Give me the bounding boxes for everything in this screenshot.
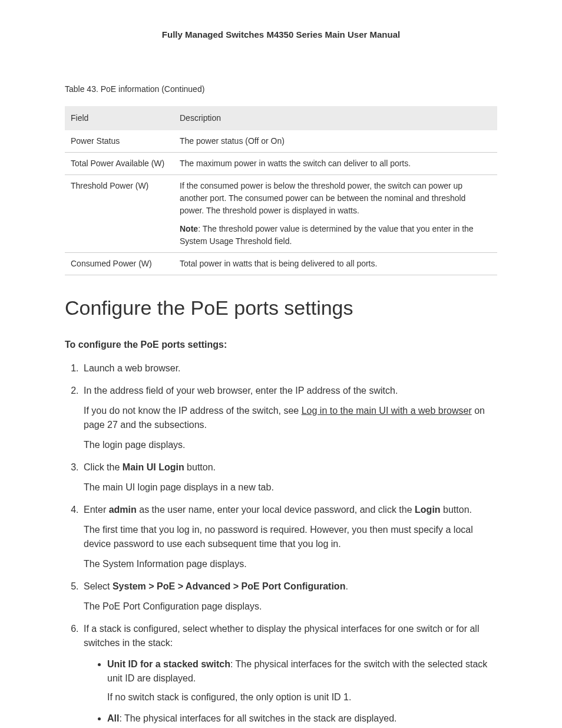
table-header-row: Field Description — [65, 106, 497, 130]
step-5-post: . — [345, 581, 348, 591]
step-4-mid: as the user name, enter your local devic… — [137, 505, 415, 515]
step-5: Select System > PoE > Advanced > PoE Por… — [81, 579, 497, 614]
step-2-pre: If you do not know the IP address of the… — [84, 406, 302, 416]
step-3-post: button. — [184, 462, 216, 472]
step-6-text: If a stack is configured, select whether… — [84, 624, 479, 648]
threshold-desc-text: If the consumed power is below the thres… — [180, 181, 465, 215]
procedure-steps: Launch a web browser. In the address fie… — [65, 361, 497, 729]
bullet-all: All: The physical interfaces for all swi… — [107, 711, 497, 729]
step-4-bold2: Login — [415, 505, 441, 515]
step-3-bold: Main UI Login — [123, 462, 184, 472]
step-5-pre: Select — [84, 581, 113, 591]
step-2: In the address field of your web browser… — [81, 384, 497, 452]
bullet-all-bold: All — [107, 713, 119, 723]
step-5-bold: System > PoE > Advanced > PoE Port Confi… — [113, 581, 346, 591]
step-1-text: Launch a web browser. — [84, 363, 181, 373]
cell-description: Total power in watts that is being deliv… — [174, 252, 497, 275]
page-header-title: Fully Managed Switches M4350 Series Main… — [65, 28, 497, 42]
step-3-pre: Click the — [84, 462, 123, 472]
cell-field: Consumed Power (W) — [65, 252, 174, 275]
cell-description: The power status (Off or On) — [174, 130, 497, 153]
bullet-unit-id-para: If no switch stack is configured, the on… — [107, 690, 497, 704]
cell-description: The maximum power in watts the switch ca… — [174, 152, 497, 174]
bullet-unit-id: Unit ID for a stacked switch: The physic… — [107, 657, 497, 704]
step-2-para2: The login page displays. — [84, 438, 497, 452]
step-2-para: If you do not know the IP address of the… — [84, 404, 497, 432]
step-3-para: The main UI login page displays in a new… — [84, 480, 497, 495]
step-5-para: The PoE Port Configuration page displays… — [84, 599, 497, 614]
login-link[interactable]: Log in to the main UI with a web browser — [302, 406, 472, 416]
cell-field: Total Power Available (W) — [65, 152, 174, 174]
note-text: : The threshold power value is determine… — [180, 224, 474, 246]
cell-description: If the consumed power is below the thres… — [174, 174, 497, 252]
step-6: If a stack is configured, select whether… — [81, 622, 497, 729]
step-4-bold1: admin — [109, 505, 137, 515]
step-4-para2: The System Information page displays. — [84, 557, 497, 571]
step-1: Launch a web browser. — [81, 361, 497, 375]
table-row: Power Status The power status (Off or On… — [65, 130, 497, 153]
table-row: Total Power Available (W) The maximum po… — [65, 152, 497, 174]
threshold-note: Note: The threshold power value is deter… — [180, 223, 491, 248]
col-header-field: Field — [65, 106, 174, 130]
table-row: Consumed Power (W) Total power in watts … — [65, 252, 497, 275]
procedure-intro: To configure the PoE ports settings: — [65, 338, 497, 352]
bullet-unit-id-bold: Unit ID for a stacked switch — [107, 659, 230, 669]
step-4: Enter admin as the user name, enter your… — [81, 503, 497, 571]
poe-info-table: Field Description Power Status The power… — [65, 106, 497, 275]
section-heading: Configure the PoE ports settings — [65, 293, 497, 323]
cell-field: Threshold Power (W) — [65, 174, 174, 252]
bullet-all-text: : The physical interfaces for all switch… — [119, 713, 396, 723]
step-4-post: button. — [441, 505, 472, 515]
step-6-bullets: Unit ID for a stacked switch: The physic… — [84, 657, 497, 729]
table-caption: Table 43. PoE information (Continued) — [65, 83, 497, 95]
step-4-para1: The first time that you log in, no passw… — [84, 523, 497, 551]
step-3: Click the Main UI Login button. The main… — [81, 460, 497, 495]
cell-field: Power Status — [65, 130, 174, 153]
step-4-pre: Enter — [84, 505, 109, 515]
table-row: Threshold Power (W) If the consumed powe… — [65, 174, 497, 252]
step-2-text: In the address field of your web browser… — [84, 386, 398, 396]
col-header-description: Description — [174, 106, 497, 130]
note-label: Note — [180, 224, 198, 233]
